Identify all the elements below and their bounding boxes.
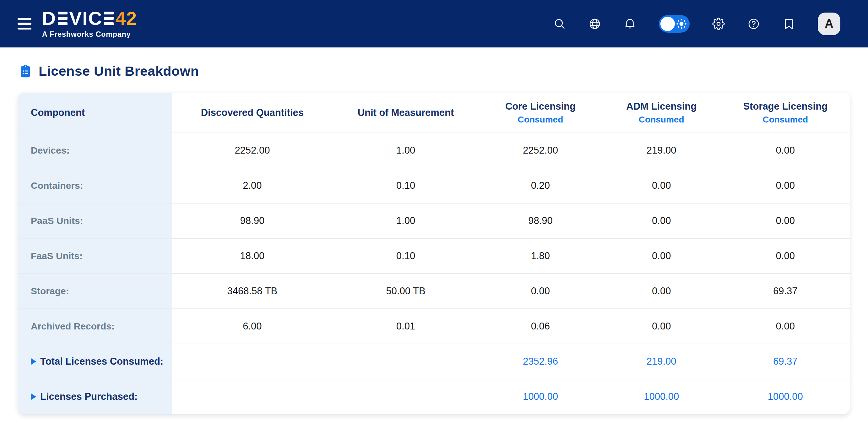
help-icon[interactable] xyxy=(747,18,760,30)
bookmark-icon[interactable] xyxy=(783,18,795,30)
value-cell: 219.00 xyxy=(602,133,721,168)
value-cell: 0.00 xyxy=(721,204,850,238)
row-label-cell: FaaS Units: xyxy=(18,239,172,273)
summary-label[interactable]: Total Licenses Consumed: xyxy=(31,356,163,367)
summary-value-cell xyxy=(172,344,333,379)
summary-row: Licenses Purchased:1000.001000.001000.00 xyxy=(18,380,850,414)
value-cell: 0.20 xyxy=(479,168,602,203)
expand-arrow-icon[interactable] xyxy=(31,393,36,400)
value-cell: 0.00 xyxy=(721,133,850,168)
summary-value-cell xyxy=(333,380,479,414)
value-cell: 0.00 xyxy=(721,309,850,343)
page-title: License Unit Breakdown xyxy=(39,63,199,79)
row-label: Containers: xyxy=(31,180,83,191)
summary-row: Total Licenses Consumed:2352.96219.0069.… xyxy=(18,344,850,380)
logo-letter-e xyxy=(58,11,67,25)
summary-value-cell: 69.37 xyxy=(721,344,850,379)
value-cell: 0.01 xyxy=(333,309,479,343)
device42-logo[interactable]: D VIC 42 A Freshworks Company xyxy=(42,9,137,39)
value-cell: 0.00 xyxy=(602,274,721,308)
value-cell: 1.00 xyxy=(333,133,479,168)
sun-icon xyxy=(676,18,687,30)
summary-value-cell xyxy=(172,380,333,414)
value-cell: 6.00 xyxy=(172,309,333,343)
value-cell: 0.10 xyxy=(333,239,479,273)
column-header-label: Discovered Quantities xyxy=(201,107,304,118)
value-cell: 0.10 xyxy=(333,168,479,203)
column-header-label: Unit of Measurement xyxy=(358,107,454,118)
theme-toggle[interactable] xyxy=(659,15,690,33)
table-row: Containers:2.000.100.200.000.00 xyxy=(18,168,850,204)
expand-arrow-icon[interactable] xyxy=(31,358,36,365)
avatar-initial: A xyxy=(825,17,833,30)
row-label-cell: Storage: xyxy=(18,274,172,308)
value-cell: 0.00 xyxy=(721,239,850,273)
value-cell: 0.00 xyxy=(602,239,721,273)
row-label-cell: PaaS Units: xyxy=(18,204,172,238)
globe-icon[interactable] xyxy=(589,18,601,30)
column-header: Discovered Quantities xyxy=(172,93,333,132)
column-header: Unit of Measurement xyxy=(333,93,479,132)
row-label-cell: Devices: xyxy=(18,133,172,168)
top-navbar: D VIC 42 A Freshworks Company xyxy=(0,0,868,49)
navbar-actions: A xyxy=(553,12,840,35)
table-row: FaaS Units:18.000.101.800.000.00 xyxy=(18,239,850,274)
logo-number: 42 xyxy=(115,9,137,28)
value-cell: 3468.58 TB xyxy=(172,274,333,308)
row-label: Archived Records: xyxy=(31,321,115,332)
logo-text: VIC xyxy=(69,9,102,28)
column-header-label: Storage Licensing xyxy=(743,101,828,112)
value-cell: 0.00 xyxy=(602,309,721,343)
notifications-bell-icon[interactable] xyxy=(624,18,636,30)
logo-tagline: A Freshworks Company xyxy=(42,30,137,39)
column-header: Storage LicensingConsumed xyxy=(721,93,850,132)
column-header-label: Component xyxy=(31,107,85,118)
value-cell: 2252.00 xyxy=(172,133,333,168)
table-row: Archived Records:6.000.010.060.000.00 xyxy=(18,309,850,344)
summary-value-cell: 219.00 xyxy=(602,344,721,379)
row-label-cell: Containers: xyxy=(18,168,172,203)
avatar[interactable]: A xyxy=(818,12,840,35)
value-cell: 1.80 xyxy=(479,239,602,273)
logo-text: D xyxy=(42,9,56,28)
column-header: ADM LicensingConsumed xyxy=(602,93,721,132)
summary-label[interactable]: Licenses Purchased: xyxy=(31,391,137,402)
summary-value-cell: 1000.00 xyxy=(602,380,721,414)
row-label: Devices: xyxy=(31,145,69,156)
value-cell: 0.00 xyxy=(721,168,850,203)
column-header-sublabel: Consumed xyxy=(518,115,563,125)
value-cell: 2.00 xyxy=(172,168,333,203)
column-header-label: ADM Licensing xyxy=(626,101,696,112)
summary-value-cell: 1000.00 xyxy=(479,380,602,414)
clipboard-list-icon xyxy=(18,64,33,79)
summary-value-cell: 1000.00 xyxy=(721,380,850,414)
value-cell: 0.00 xyxy=(602,204,721,238)
summary-value-cell: 2352.96 xyxy=(479,344,602,379)
search-icon[interactable] xyxy=(553,18,566,30)
row-label: Storage: xyxy=(31,286,69,297)
logo-letter-e xyxy=(104,11,114,25)
value-cell: 2252.00 xyxy=(479,133,602,168)
value-cell: 0.06 xyxy=(479,309,602,343)
summary-label-cell[interactable]: Total Licenses Consumed: xyxy=(18,344,172,379)
value-cell: 0.00 xyxy=(479,274,602,308)
value-cell: 0.00 xyxy=(602,168,721,203)
row-label: FaaS Units: xyxy=(31,251,83,261)
column-header: Component xyxy=(18,93,172,132)
row-label-cell: Archived Records: xyxy=(18,309,172,343)
value-cell: 98.90 xyxy=(479,204,602,238)
license-table: ComponentDiscovered QuantitiesUnit of Me… xyxy=(18,93,850,414)
table-row: PaaS Units:98.901.0098.900.000.00 xyxy=(18,204,850,239)
column-header: Core LicensingConsumed xyxy=(479,93,602,132)
table-header-row: ComponentDiscovered QuantitiesUnit of Me… xyxy=(18,93,850,133)
settings-gear-icon[interactable] xyxy=(712,18,725,30)
hamburger-menu-icon[interactable] xyxy=(18,18,31,30)
table-row: Devices:2252.001.002252.00219.000.00 xyxy=(18,133,850,168)
summary-label-cell[interactable]: Licenses Purchased: xyxy=(18,380,172,414)
page-title-row: License Unit Breakdown xyxy=(18,63,850,79)
table-row: Storage:3468.58 TB50.00 TB0.000.0069.37 xyxy=(18,274,850,309)
column-header-label: Core Licensing xyxy=(505,101,576,112)
value-cell: 98.90 xyxy=(172,204,333,238)
column-header-sublabel: Consumed xyxy=(763,115,808,125)
row-label: PaaS Units: xyxy=(31,215,83,226)
